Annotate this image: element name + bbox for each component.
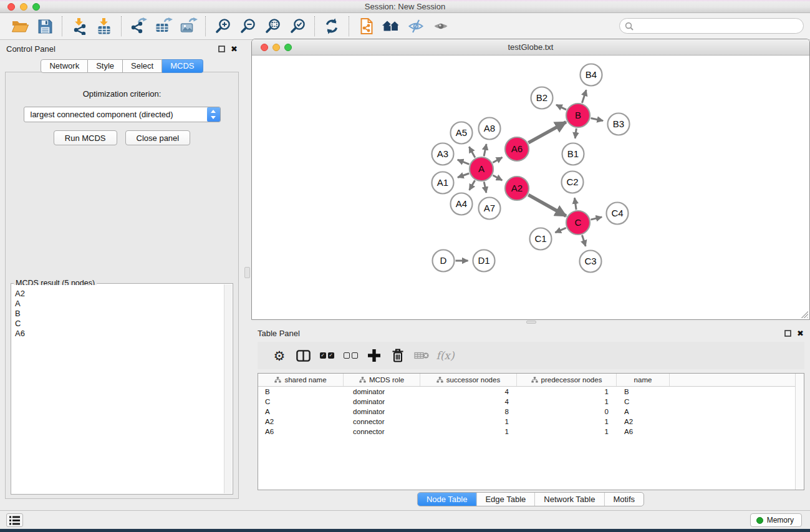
function-builder-button[interactable]: f(x) (433, 344, 457, 367)
refresh-view-button[interactable] (319, 15, 344, 37)
mcds-result-item[interactable]: B (15, 309, 224, 319)
export-table-button[interactable] (151, 15, 176, 37)
table-cell[interactable]: dominator (344, 407, 420, 417)
criterion-select[interactable]: largest connected component (directed) (24, 107, 221, 122)
table-cell[interactable]: C (617, 397, 670, 407)
table-row[interactable]: Bdominator41B (258, 387, 804, 397)
close-window-light[interactable] (7, 3, 15, 11)
graph-node-A5[interactable]: A5 (451, 122, 473, 144)
table-cell[interactable]: 1 (517, 427, 617, 437)
table-cell[interactable]: 1 (420, 427, 517, 437)
horizontal-splitter[interactable] (251, 320, 810, 324)
edge-A2-C[interactable] (528, 195, 566, 216)
table-cell[interactable]: connector (344, 417, 420, 427)
float-panel-icon[interactable] (218, 46, 225, 52)
edge-A-A8[interactable] (484, 144, 486, 156)
table-cell[interactable]: A6 (617, 427, 670, 437)
show-task-history-button[interactable] (6, 513, 23, 527)
edge-A-A4[interactable] (470, 180, 475, 190)
edge-A-A3[interactable] (458, 160, 470, 164)
edge-A6-B[interactable] (528, 122, 566, 143)
column-header-shared-name[interactable]: shared name (258, 374, 344, 386)
table-cell[interactable]: C (258, 397, 344, 407)
mcds-result-item[interactable]: C (15, 319, 224, 329)
table-row[interactable]: A6connector11A6 (258, 427, 804, 437)
table-cell[interactable]: 0 (517, 407, 617, 417)
table-cell[interactable]: 1 (517, 417, 617, 427)
table-row[interactable]: Adominator80A (258, 407, 804, 417)
column-header-MCDS-role[interactable]: MCDS role (344, 374, 420, 386)
unselect-all-columns-button[interactable] (339, 344, 362, 367)
select-stepper-icon[interactable] (207, 107, 220, 122)
table-cell[interactable]: 1 (420, 417, 517, 427)
edge-B-B2[interactable] (556, 105, 566, 110)
mcds-result-item[interactable]: A (15, 299, 224, 309)
export-image-button[interactable] (176, 15, 201, 37)
table-cell[interactable]: dominator (344, 387, 420, 397)
graph-node-A8[interactable]: A8 (479, 118, 501, 140)
edge-C-C2[interactable] (574, 198, 576, 210)
search-field[interactable] (619, 18, 804, 34)
tab-mcds[interactable]: MCDS (162, 59, 203, 73)
delete-table-button[interactable] (410, 344, 433, 367)
edge-C-C1[interactable] (555, 228, 566, 233)
edge-A-A6[interactable] (493, 157, 502, 163)
graph-node-A4[interactable]: A4 (451, 193, 473, 215)
zoom-out-button[interactable] (235, 15, 260, 37)
table-cell[interactable]: 1 (517, 387, 617, 397)
tab-network-table[interactable]: Network Table (534, 493, 604, 506)
tab-select[interactable]: Select (123, 59, 162, 73)
graph-node-B4[interactable]: B4 (581, 64, 602, 86)
table-cell[interactable]: A (258, 407, 344, 417)
clone-network-button[interactable] (354, 15, 378, 37)
close-table-panel-icon[interactable]: ✖ (797, 329, 804, 337)
edge-C-C4[interactable] (591, 217, 602, 220)
graph-node-B1[interactable]: B1 (562, 143, 584, 165)
table-cell[interactable]: connector (344, 427, 420, 437)
network-canvas[interactable]: B4B2BB3A5A8A6B1A3AC2A1A2A4A7C4CC1C3DD1 (252, 56, 809, 319)
table-cell[interactable]: 4 (420, 397, 517, 407)
table-cell[interactable]: 8 (420, 407, 517, 417)
table-cell[interactable]: A2 (258, 417, 344, 427)
import-network-button[interactable] (67, 15, 92, 37)
home-panels-button[interactable] (378, 15, 403, 37)
open-session-button[interactable] (7, 15, 32, 37)
table-options-gear-button[interactable]: ⚙ (268, 344, 291, 367)
edge-A-A2[interactable] (493, 175, 502, 180)
close-panel-icon[interactable]: ✖ (231, 45, 238, 53)
close-panel-button[interactable]: Close panel (125, 130, 191, 145)
mcds-result-list[interactable]: A2ABCA6 (12, 285, 224, 493)
column-header-predecessor-nodes[interactable]: predecessor nodes (517, 374, 617, 386)
table-cell[interactable]: 1 (517, 397, 617, 407)
graph-node-D1[interactable]: D1 (473, 250, 495, 272)
edge-C-C3[interactable] (582, 235, 586, 246)
zoom-fit-button[interactable] (260, 15, 285, 37)
table-cell[interactable]: A2 (617, 417, 670, 427)
graph-node-D[interactable]: D (433, 250, 455, 272)
column-header-successor-nodes[interactable]: successor nodes (420, 374, 517, 386)
graph-node-C2[interactable]: C2 (562, 172, 584, 193)
create-column-button[interactable] (362, 344, 386, 367)
tab-motifs[interactable]: Motifs (604, 493, 644, 506)
network-fullscreen-light[interactable] (284, 44, 292, 51)
edge-A-A7[interactable] (484, 182, 486, 193)
network-minimize-light[interactable] (272, 44, 280, 51)
zoom-selected-button[interactable] (285, 15, 310, 37)
float-table-panel-icon[interactable] (784, 330, 791, 337)
import-table-button[interactable] (92, 15, 117, 37)
zoom-in-button[interactable] (210, 15, 235, 37)
edge-B-B1[interactable] (575, 128, 576, 138)
graph-node-A[interactable]: A (470, 157, 493, 181)
mcds-result-item[interactable]: A2 (15, 289, 224, 299)
graph-node-C3[interactable]: C3 (580, 251, 602, 273)
delete-columns-button[interactable] (386, 344, 410, 367)
hide-graphics-details-button[interactable] (403, 15, 428, 37)
graph-node-C[interactable]: C (566, 211, 590, 235)
graph-node-B[interactable]: B (566, 104, 590, 127)
edge-A-A5[interactable] (469, 147, 475, 157)
table-cell[interactable]: A6 (258, 427, 344, 437)
graph-node-A2[interactable]: A2 (505, 177, 529, 200)
mcds-result-scrollbar[interactable] (224, 284, 232, 493)
graph-node-B3[interactable]: B3 (608, 114, 630, 135)
memory-button[interactable]: Memory (750, 513, 802, 527)
